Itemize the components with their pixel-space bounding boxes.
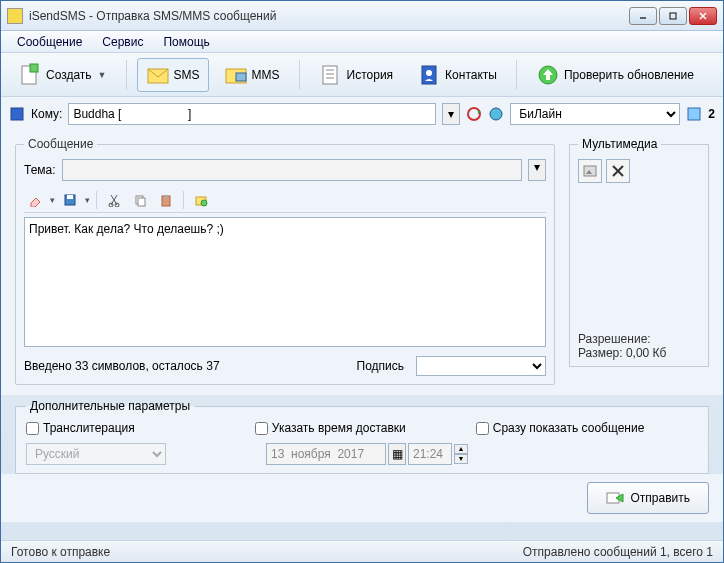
message-legend: Сообщение bbox=[24, 137, 97, 151]
status-right: Отправлено сообщений 1, всего 1 bbox=[523, 545, 713, 559]
send-button[interactable]: Отправить bbox=[587, 482, 709, 514]
mms-envelope-icon bbox=[224, 63, 248, 87]
separator bbox=[299, 60, 300, 90]
subject-dropdown-icon[interactable]: ▾ bbox=[528, 159, 546, 181]
svg-rect-9 bbox=[323, 66, 337, 84]
svg-rect-32 bbox=[164, 195, 168, 198]
menubar: Сообщение Сервис Помощь bbox=[1, 31, 723, 53]
sms-button[interactable]: SMS bbox=[137, 58, 209, 92]
message-group: Сообщение Тема: ▾ ▾ ▾ bbox=[15, 137, 555, 385]
svg-rect-24 bbox=[67, 195, 73, 199]
show-now-checkbox[interactable]: Сразу показать сообщение bbox=[476, 421, 645, 435]
add-image-icon[interactable] bbox=[578, 159, 602, 183]
separator bbox=[516, 60, 517, 90]
app-icon bbox=[7, 8, 23, 24]
menu-service[interactable]: Сервис bbox=[94, 33, 151, 51]
dropdown-icon[interactable]: ▾ bbox=[442, 103, 460, 125]
insert-icon[interactable] bbox=[190, 189, 212, 211]
multimedia-legend: Мультимедиа bbox=[578, 137, 661, 151]
svg-marker-22 bbox=[31, 198, 40, 207]
svg-point-20 bbox=[490, 108, 502, 120]
eraser-icon[interactable] bbox=[24, 189, 46, 211]
time-spinner[interactable]: ▲▼ bbox=[454, 444, 468, 464]
sms-envelope-icon bbox=[146, 63, 170, 87]
svg-point-14 bbox=[426, 70, 432, 76]
globe-icon[interactable] bbox=[488, 106, 504, 122]
svg-rect-8 bbox=[236, 73, 246, 81]
separator bbox=[126, 60, 127, 90]
svg-rect-1 bbox=[670, 13, 676, 19]
titlebar: iSendSMS - Отправка SMS/MMS сообщений bbox=[1, 1, 723, 31]
toolbar: Создать ▼ SMS MMS История Контакты Прове… bbox=[1, 53, 723, 97]
window-title: iSendSMS - Отправка SMS/MMS сообщений bbox=[29, 9, 629, 23]
close-button[interactable] bbox=[689, 7, 717, 25]
to-input[interactable] bbox=[68, 103, 436, 125]
svg-rect-21 bbox=[688, 108, 700, 120]
cut-icon[interactable] bbox=[103, 189, 125, 211]
to-label: Кому: bbox=[31, 107, 62, 121]
size-label: Размер: 0,00 Кб bbox=[578, 346, 700, 360]
contacts-button[interactable]: Контакты bbox=[408, 58, 506, 92]
mms-button[interactable]: MMS bbox=[215, 58, 289, 92]
message-textarea[interactable]: Привет. Как дела? Что делаешь? ;) bbox=[24, 217, 546, 347]
provider-select[interactable]: БиЛайн bbox=[510, 103, 680, 125]
create-button[interactable]: Создать ▼ bbox=[9, 58, 116, 92]
subject-input[interactable] bbox=[62, 159, 522, 181]
delete-icon[interactable] bbox=[606, 159, 630, 183]
update-icon bbox=[536, 63, 560, 87]
svg-rect-17 bbox=[11, 108, 23, 120]
recipient-row: Кому: ▾ БиЛайн 2 bbox=[1, 97, 723, 131]
contacts-icon bbox=[417, 63, 441, 87]
svg-rect-35 bbox=[584, 166, 596, 176]
copy-icon[interactable] bbox=[129, 189, 151, 211]
resolution-label: Разрешение: bbox=[578, 332, 700, 346]
statusbar: Готово к отправке Отправлено сообщений 1… bbox=[1, 540, 723, 562]
edit-toolbar: ▾ ▾ bbox=[24, 187, 546, 213]
status-left: Готово к отправке bbox=[11, 545, 110, 559]
advanced-group: Дополнительные параметры Транслитерация … bbox=[15, 399, 709, 474]
language-select[interactable]: Русский bbox=[26, 443, 166, 465]
menu-message[interactable]: Сообщение bbox=[9, 33, 90, 51]
signature-select[interactable] bbox=[416, 356, 546, 376]
svg-rect-5 bbox=[30, 64, 38, 72]
svg-point-18 bbox=[468, 108, 480, 120]
advanced-legend: Дополнительные параметры bbox=[26, 399, 194, 413]
subject-label: Тема: bbox=[24, 163, 56, 177]
dropdown-arrow-icon: ▼ bbox=[98, 70, 107, 80]
send-icon bbox=[606, 489, 624, 507]
refresh-icon[interactable] bbox=[466, 106, 482, 122]
schedule-checkbox[interactable]: Указать время доставки bbox=[255, 421, 406, 435]
minimize-button[interactable] bbox=[629, 7, 657, 25]
char-counter: Введено 33 символов, осталось 37 bbox=[24, 359, 345, 373]
maximize-button[interactable] bbox=[659, 7, 687, 25]
time-input[interactable] bbox=[408, 443, 452, 465]
date-input[interactable] bbox=[266, 443, 386, 465]
save-icon[interactable] bbox=[59, 189, 81, 211]
svg-rect-30 bbox=[138, 198, 145, 206]
signature-label: Подпись bbox=[357, 359, 405, 373]
calendar-icon[interactable]: ▦ bbox=[388, 443, 406, 465]
menu-help[interactable]: Помощь bbox=[155, 33, 217, 51]
new-document-icon bbox=[18, 63, 42, 87]
address-book-icon bbox=[9, 106, 25, 122]
svg-point-34 bbox=[201, 200, 207, 206]
translit-checkbox[interactable]: Транслитерация bbox=[26, 421, 135, 435]
check-update-button[interactable]: Проверить обновление bbox=[527, 58, 703, 92]
provider-info-icon[interactable] bbox=[686, 106, 702, 122]
multimedia-group: Мультимедиа Разрешение: Размер: 0,00 Кб bbox=[569, 137, 709, 367]
history-button[interactable]: История bbox=[310, 58, 403, 92]
recipient-count: 2 bbox=[708, 107, 715, 121]
app-window: iSendSMS - Отправка SMS/MMS сообщений Со… bbox=[0, 0, 724, 563]
paste-icon[interactable] bbox=[155, 189, 177, 211]
history-icon bbox=[319, 63, 343, 87]
